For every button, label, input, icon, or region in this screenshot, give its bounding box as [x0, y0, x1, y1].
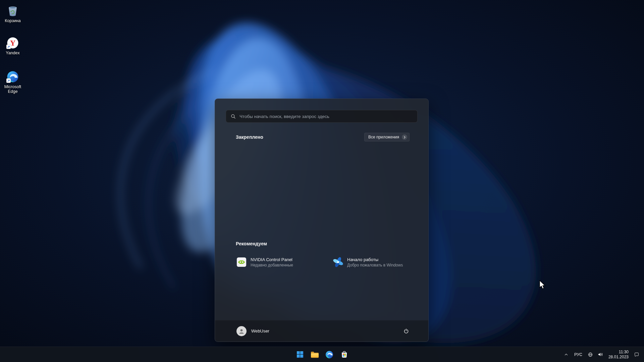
edge-icon — [325, 351, 333, 359]
desktop-icon-yandex[interactable]: Y ↗ Yandex — [0, 37, 25, 55]
clock-time: 11:30 — [619, 350, 629, 355]
all-apps-label: Все приложения — [368, 135, 399, 139]
start-menu: Чтобы начать поиск, введите запрос здесь… — [215, 99, 429, 342]
recommended-item-text: NVIDIA Control Panel Недавно добавленные — [251, 257, 293, 268]
clock-date: 28.01.2023 — [608, 355, 629, 360]
avatar — [236, 326, 247, 336]
recommended-item-nvidia-control-panel[interactable]: NVIDIA Control Panel Недавно добавленные — [236, 252, 332, 272]
chevron-up-icon — [564, 352, 569, 357]
edge-button[interactable] — [323, 348, 336, 361]
recommended-item-title: Начало работы — [347, 257, 403, 262]
clock[interactable]: 11:30 28.01.2023 — [606, 350, 631, 360]
yandex-icon: Y ↗ — [6, 37, 19, 49]
edge-icon: ↗ — [6, 70, 19, 83]
search-placeholder: Чтобы начать поиск, введите запрос здесь — [239, 114, 329, 119]
pinned-header: Закреплено — [236, 134, 263, 140]
all-apps-button[interactable]: Все приложения — [364, 133, 410, 141]
folder-icon — [311, 351, 319, 358]
network-button[interactable] — [586, 349, 595, 361]
recommended-item-subtitle: Добро пожаловать в Windows — [347, 262, 403, 268]
taskbar: РУС 11:30 28.01.2023 — [0, 347, 644, 362]
language-indicator[interactable]: РУС — [572, 349, 585, 361]
desktop[interactable]: Корзина Y ↗ Yandex — [0, 0, 644, 362]
hidden-icons-chevron-button[interactable] — [561, 349, 571, 361]
recommended-item-subtitle: Недавно добавленные — [251, 262, 293, 268]
taskbar-tray: РУС 11:30 28.01.2023 — [561, 347, 641, 362]
speaker-icon — [597, 352, 603, 357]
recommended-grid: NVIDIA Control Panel Недавно добавленные — [236, 252, 429, 272]
windows-logo-icon — [296, 351, 304, 358]
search-icon — [231, 114, 236, 119]
start-search-box[interactable]: Чтобы начать поиск, введите запрос здесь — [226, 110, 418, 123]
notifications-button[interactable] — [632, 349, 641, 361]
pinned-grid-empty — [226, 146, 418, 236]
microsoft-store-button[interactable] — [337, 348, 351, 361]
desktop-icon-label: Microsoft Edge — [0, 84, 25, 94]
desktop-icon-label: Корзина — [5, 18, 21, 23]
get-started-pinwheel-icon — [333, 257, 343, 267]
start-menu-user-bar: WebUser — [215, 320, 428, 342]
power-button[interactable] — [399, 325, 413, 337]
file-explorer-button[interactable] — [308, 348, 321, 361]
user-name: WebUser — [251, 328, 269, 334]
microsoft-store-icon — [340, 351, 348, 358]
notifications-icon — [634, 352, 639, 357]
nvidia-icon — [236, 257, 247, 267]
recommended-item-get-started[interactable]: Начало работы Добро пожаловать в Windows — [332, 252, 429, 272]
recommended-header: Рекомендуем — [236, 241, 267, 246]
pinned-section-row: Закреплено Все приложения — [236, 132, 410, 142]
shortcut-arrow-icon: ↗ — [6, 78, 11, 83]
start-button[interactable] — [293, 348, 307, 361]
user-button[interactable]: WebUser — [233, 324, 273, 338]
chevron-right-icon — [402, 134, 407, 140]
svg-text:Y: Y — [10, 39, 16, 47]
desktop-icon-label: Yandex — [6, 51, 19, 55]
recommended-item-title: NVIDIA Control Panel — [251, 257, 293, 262]
shortcut-arrow-icon: ↗ — [6, 45, 11, 49]
volume-button[interactable] — [596, 349, 605, 361]
power-icon — [403, 328, 409, 334]
desktop-icon-microsoft-edge[interactable]: ↗ Microsoft Edge — [0, 70, 25, 94]
recommended-item-text: Начало работы Добро пожаловать в Windows — [347, 257, 403, 268]
desktop-icon-recycle-bin[interactable]: Корзина — [0, 4, 25, 23]
taskbar-center — [293, 347, 351, 362]
globe-network-icon — [588, 352, 593, 357]
recycle-bin-icon — [6, 4, 19, 17]
